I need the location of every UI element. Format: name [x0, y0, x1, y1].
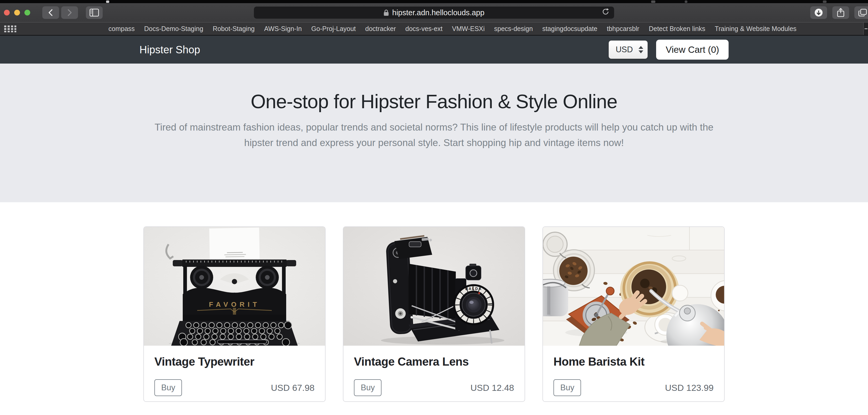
camera-brand-text: BALDA [465, 287, 482, 291]
barista-illustration [543, 227, 724, 346]
bookmark-go-proj-layout[interactable]: Go-Proj-Layout [311, 25, 356, 33]
select-stepper-icon [639, 46, 643, 53]
buy-button[interactable]: Buy [154, 379, 182, 396]
bookmark-items: compass Docs-Demo-Staging Robot-Staging … [108, 25, 797, 33]
tab-overview-button[interactable] [854, 6, 868, 19]
zoom-window-button[interactable] [24, 10, 30, 16]
downloads-button[interactable] [810, 6, 827, 19]
currency-selected-value: USD [616, 45, 633, 54]
bookmark-robot-staging[interactable]: Robot-Staging [213, 25, 255, 33]
bookmark-docs-ves-ext[interactable]: docs-ves-ext [405, 25, 443, 33]
macos-menu-strip [0, 0, 868, 3]
forward-button[interactable] [61, 6, 78, 19]
product-name[interactable]: Vintage Typewriter [154, 355, 314, 368]
tabs-icon [858, 8, 867, 17]
shop-title: Hipster Shop [140, 44, 200, 56]
bookmark-aws-sign-in[interactable]: AWS-Sign-In [264, 25, 302, 33]
camera-bellows [408, 264, 456, 319]
toolbar-right-buttons [810, 6, 868, 19]
reload-icon [602, 8, 609, 16]
sidebar-icon [90, 9, 99, 17]
typewriter-brand-text: FAVORIT [209, 300, 260, 308]
forward-icon [66, 9, 73, 17]
product-card-vintage-typewriter: FAVORIT [143, 227, 326, 402]
bookmark-doctracker[interactable]: doctracker [365, 25, 396, 33]
window-controls [4, 10, 30, 16]
close-window-button[interactable] [4, 10, 10, 16]
back-button[interactable] [42, 6, 59, 19]
bookmark-stagingdocsupdate[interactable]: stagingdocsupdate [542, 25, 597, 33]
reload-button[interactable] [602, 8, 609, 18]
nav-buttons [42, 6, 78, 19]
bookmarks-overflow[interactable] [863, 23, 868, 35]
lock-icon [383, 9, 389, 16]
typewriter-front-panel: FAVORIT [183, 288, 286, 322]
menubar-glyph [823, 1, 827, 3]
shop-header: Hipster Shop USD View Cart (0) [0, 36, 868, 64]
product-image-barista[interactable] [543, 227, 724, 346]
buy-button[interactable]: Buy [554, 379, 581, 396]
url-text: hipster.adn.helloclouds.app [392, 8, 485, 17]
overflow-dash-icon [865, 28, 867, 29]
view-cart-button[interactable]: View Cart (0) [656, 40, 728, 60]
hero-title: One-stop for Hipster Fashion & Style Onl… [0, 64, 868, 113]
product-price: USD 67.98 [271, 383, 314, 393]
typewriter-illustration: FAVORIT [144, 227, 325, 346]
sidebar-wrap [86, 6, 103, 19]
app-grid-icon[interactable] [4, 26, 16, 32]
product-price: USD 123.99 [665, 383, 714, 393]
bookmark-docs-demo-staging[interactable]: Docs-Demo-Staging [144, 25, 203, 33]
camera-lens: BALDA [453, 284, 494, 325]
product-price: USD 12.48 [470, 383, 514, 393]
address-bar[interactable]: hipster.adn.helloclouds.app [254, 6, 614, 19]
hero-subtitle-line2: hipster trend and express your personal … [0, 135, 868, 150]
hero-subtitle-line1: Tired of mainstream fashion ideas, popul… [0, 119, 868, 135]
chrome-canister [543, 279, 568, 316]
menubar-glyph [651, 1, 655, 3]
menubar-glyph [106, 1, 109, 3]
typewriter-paper [209, 228, 260, 261]
menubar-glyph [685, 1, 687, 3]
hero-section: One-stop for Hipster Fashion & Style Onl… [0, 64, 868, 202]
minimize-window-button[interactable] [14, 10, 20, 16]
bookmark-vmw-esxi[interactable]: VMW-ESXi [452, 25, 485, 33]
product-image-typewriter[interactable]: FAVORIT [144, 227, 325, 346]
share-icon [837, 8, 845, 17]
bookmark-tbhpcarsblr[interactable]: tbhpcarsblr [607, 25, 639, 33]
hero-subtitle: Tired of mainstream fashion ideas, popul… [0, 119, 868, 150]
bookmark-training-website-modules[interactable]: Training & Website Modules [715, 25, 796, 33]
browser-toolbar: hipster.adn.helloclouds.app [0, 3, 868, 23]
bookmark-specs-design[interactable]: specs-design [494, 25, 533, 33]
download-icon [814, 8, 823, 17]
buy-button[interactable]: Buy [354, 379, 381, 396]
screen: { "browser": { "url": "hipster.adn.hello… [0, 0, 868, 415]
currency-select[interactable]: USD [609, 40, 648, 59]
product-image-camera[interactable]: BALDA [343, 227, 525, 346]
product-card-home-barista-kit: Home Barista Kit Buy USD 123.99 [542, 227, 725, 402]
typewriter-keyboard [171, 321, 298, 346]
bookmark-detect-broken-links[interactable]: Detect Broken links [649, 25, 705, 33]
camera-viewfinder [466, 264, 481, 280]
product-card-vintage-camera-lens: BALDA Vintage Camera Lens Buy USD 12.48 [343, 227, 525, 402]
bookmarks-bar: compass Docs-Demo-Staging Robot-Staging … [0, 23, 868, 36]
sidebar-toggle-button[interactable] [86, 6, 103, 19]
back-icon [48, 9, 54, 17]
product-grid: FAVORIT [0, 202, 868, 402]
product-name[interactable]: Vintage Camera Lens [354, 355, 514, 368]
share-button[interactable] [832, 6, 849, 19]
bookmark-compass[interactable]: compass [108, 25, 135, 33]
camera-illustration: BALDA [343, 227, 525, 346]
product-name[interactable]: Home Barista Kit [554, 355, 714, 368]
